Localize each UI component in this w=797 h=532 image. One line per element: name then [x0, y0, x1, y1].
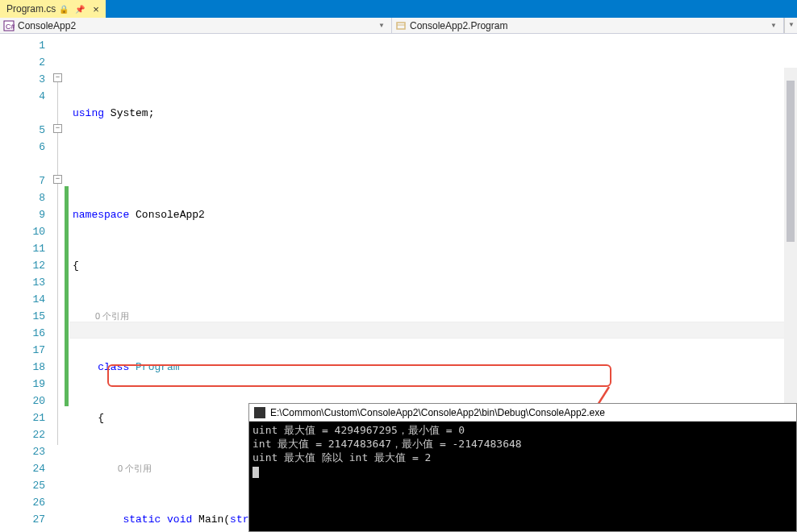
nav-class-dropdown[interactable]: ConsoleApp2.Program ▼	[392, 18, 784, 33]
change-added-marker	[65, 186, 69, 406]
line-number: 24	[0, 460, 45, 477]
console-cursor	[252, 467, 259, 478]
file-tab[interactable]: Program.cs 🔒 📌 ×	[0, 0, 106, 18]
code-line: using System;	[73, 105, 797, 122]
line-number: 13	[0, 274, 45, 291]
line-number: 4	[0, 88, 45, 105]
console-output: uint 最大值 = 4294967295，最小值 = 0 int 最大值 = …	[249, 422, 796, 480]
line-number: 19	[0, 376, 45, 393]
nav-project-text: ConsoleApp2	[18, 20, 76, 31]
line-number	[0, 105, 45, 122]
line-number: 3	[0, 71, 45, 88]
tab-bar: Program.cs 🔒 📌 ×	[0, 0, 797, 18]
line-number: 27	[0, 511, 45, 528]
line-number: 21	[0, 409, 45, 426]
line-number: 23	[0, 443, 45, 460]
nav-project-dropdown[interactable]: C# ConsoleApp2 ▼	[0, 18, 392, 33]
console-titlebar[interactable]: E:\Common\Custom\ConsoleApp2\ConsoleApp2…	[249, 404, 796, 422]
nav-member-dropdown[interactable]: ▼	[784, 18, 797, 33]
pin-icon[interactable]: 📌	[75, 5, 85, 14]
code-line: namespace ConsoleApp2	[73, 206, 797, 223]
line-number: 16	[0, 325, 45, 342]
line-number: 6	[0, 139, 45, 156]
line-number: 10	[0, 223, 45, 240]
console-output-window[interactable]: E:\Common\Custom\ConsoleApp2\ConsoleApp2…	[248, 403, 797, 532]
lock-icon: 🔒	[59, 5, 69, 14]
line-number: 8	[0, 189, 45, 206]
console-title-text: E:\Common\Custom\ConsoleApp2\ConsoleApp2…	[270, 407, 605, 418]
chevron-down-icon: ▼	[785, 21, 797, 28]
code-line: class Program	[73, 359, 797, 376]
line-number: 9	[0, 206, 45, 223]
line-number: 1	[0, 37, 45, 54]
line-number-gutter: 1 2 3 4 5 6 7 8 9 10 11 12 13 14 15 16 1…	[0, 34, 53, 532]
line-number: 28	[0, 528, 45, 532]
close-icon[interactable]: ×	[93, 3, 99, 15]
fold-toggle[interactable]: −	[53, 175, 62, 184]
line-number: 25	[0, 477, 45, 494]
navigation-bar: C# ConsoleApp2 ▼ ConsoleApp2.Program ▼ ▼	[0, 18, 797, 34]
svg-rect-2	[397, 23, 405, 29]
fold-toggle[interactable]: −	[53, 73, 62, 82]
line-number: 26	[0, 494, 45, 511]
scrollbar-thumb[interactable]	[787, 81, 795, 242]
line-number: 20	[0, 393, 45, 409]
fold-toggle[interactable]: −	[53, 124, 62, 133]
codelens-references[interactable]: 0 个引用	[73, 308, 797, 325]
line-number: 15	[0, 308, 45, 325]
chevron-down-icon: ▼	[375, 22, 388, 29]
csharp-project-icon: C#	[3, 20, 15, 31]
nav-class-text: ConsoleApp2.Program	[410, 20, 507, 31]
line-number: 7	[0, 172, 45, 189]
code-line: {	[73, 257, 797, 274]
line-number: 11	[0, 240, 45, 257]
line-number: 5	[0, 122, 45, 139]
line-number	[0, 156, 45, 172]
svg-text:C#: C#	[6, 23, 15, 31]
tab-filename: Program.cs	[6, 3, 56, 15]
line-number: 18	[0, 359, 45, 376]
chevron-down-icon: ▼	[767, 22, 780, 29]
line-number: 12	[0, 257, 45, 274]
code-line	[73, 156, 797, 172]
line-number: 14	[0, 291, 45, 308]
line-number: 2	[0, 54, 45, 71]
console-app-icon	[254, 407, 265, 418]
line-number: 17	[0, 342, 45, 359]
class-icon	[395, 20, 407, 31]
fold-column: − − −	[53, 34, 65, 532]
line-number: 22	[0, 426, 45, 443]
